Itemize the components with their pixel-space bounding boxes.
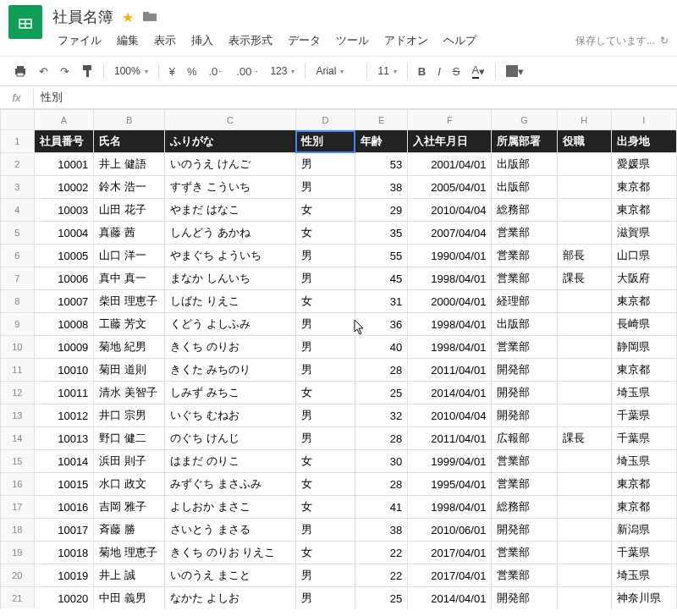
- cell-C19[interactable]: きくち のりお りえこ: [165, 542, 296, 564]
- cell-C16[interactable]: みずぐち まさふみ: [165, 473, 296, 496]
- cell-G16[interactable]: 営業部: [492, 473, 557, 496]
- cell-G21[interactable]: 開発部: [492, 587, 557, 609]
- cell-E21[interactable]: 25: [355, 587, 408, 609]
- menu-edit[interactable]: 編集: [110, 30, 146, 51]
- cell-A16[interactable]: 10015: [34, 473, 94, 496]
- row-header[interactable]: 19: [1, 542, 35, 564]
- font-dropdown[interactable]: Arial: [311, 62, 361, 80]
- cell-I9[interactable]: 長崎県: [611, 313, 676, 336]
- cell-C1[interactable]: ふりがな: [165, 130, 296, 153]
- cell-H6[interactable]: 部長: [557, 245, 611, 267]
- star-icon[interactable]: ★: [122, 9, 134, 25]
- cell-E2[interactable]: 53: [355, 153, 408, 176]
- cell-C8[interactable]: しばた りえこ: [165, 290, 296, 313]
- cell-E9[interactable]: 36: [355, 313, 408, 336]
- row-header[interactable]: 16: [1, 473, 35, 496]
- cell-C9[interactable]: くどう よしふみ: [165, 313, 296, 336]
- cell-I1[interactable]: 出身地: [611, 130, 676, 153]
- increase-decimal-button[interactable]: .00→: [231, 62, 263, 81]
- row-header[interactable]: 10: [1, 336, 35, 359]
- cell-C2[interactable]: いのうえ けんご: [165, 153, 296, 176]
- cell-F19[interactable]: 2017/04/01: [408, 542, 492, 564]
- cell-D19[interactable]: 女: [295, 542, 355, 564]
- cell-B17[interactable]: 吉岡 雅子: [94, 496, 165, 519]
- cell-F20[interactable]: 2017/04/01: [408, 564, 492, 587]
- cell-E15[interactable]: 30: [355, 450, 408, 473]
- cell-D7[interactable]: 男: [295, 267, 355, 290]
- cell-H19[interactable]: [557, 542, 611, 564]
- cell-I2[interactable]: 愛媛県: [611, 153, 676, 176]
- cell-I17[interactable]: 東京都: [611, 496, 676, 519]
- menu-view[interactable]: 表示: [147, 30, 183, 51]
- cell-F6[interactable]: 1990/04/01: [408, 245, 492, 267]
- cell-A3[interactable]: 10002: [34, 176, 94, 199]
- cell-B15[interactable]: 浜田 則子: [94, 450, 165, 473]
- cell-I7[interactable]: 大阪府: [611, 267, 676, 290]
- cell-I13[interactable]: 千葉県: [611, 404, 676, 427]
- cell-F4[interactable]: 2010/04/04: [408, 199, 492, 222]
- cell-F8[interactable]: 2000/04/01: [408, 290, 492, 313]
- cell-A5[interactable]: 10004: [34, 222, 94, 245]
- col-header-E[interactable]: E: [355, 110, 408, 130]
- currency-yen-button[interactable]: ¥: [164, 62, 180, 81]
- cell-D11[interactable]: 男: [295, 359, 355, 382]
- cell-I6[interactable]: 山口県: [611, 245, 676, 267]
- cell-C6[interactable]: やまぐち よういち: [165, 245, 296, 267]
- cell-B13[interactable]: 井口 宗男: [94, 404, 165, 427]
- cell-G14[interactable]: 広報部: [492, 427, 557, 450]
- cell-A10[interactable]: 10009: [34, 336, 94, 359]
- cell-F2[interactable]: 2001/04/01: [408, 153, 492, 176]
- cell-D12[interactable]: 女: [295, 382, 355, 404]
- cell-C3[interactable]: すずき こういち: [165, 176, 296, 199]
- cell-I16[interactable]: 東京都: [611, 473, 676, 496]
- row-header[interactable]: 12: [1, 382, 35, 404]
- cell-A9[interactable]: 10008: [34, 313, 94, 336]
- cell-D16[interactable]: 女: [295, 473, 355, 496]
- cell-B12[interactable]: 清水 美智子: [94, 382, 165, 404]
- cell-H3[interactable]: [557, 176, 611, 199]
- cell-D3[interactable]: 男: [295, 176, 355, 199]
- cell-G10[interactable]: 営業部: [492, 336, 557, 359]
- italic-button[interactable]: I: [432, 62, 446, 81]
- cell-I20[interactable]: 埼玉県: [611, 564, 676, 587]
- cell-E19[interactable]: 22: [355, 542, 408, 564]
- cell-I3[interactable]: 東京都: [611, 176, 676, 199]
- cell-H20[interactable]: [557, 564, 611, 587]
- cell-C13[interactable]: いぐち むねお: [165, 404, 296, 427]
- cell-B8[interactable]: 柴田 理恵子: [94, 290, 165, 313]
- cell-A19[interactable]: 10018: [34, 542, 94, 564]
- percent-button[interactable]: %: [182, 62, 202, 81]
- col-header-I[interactable]: I: [611, 110, 676, 130]
- menu-addons[interactable]: アドオン: [377, 30, 435, 51]
- cell-F16[interactable]: 1995/04/01: [408, 473, 492, 496]
- col-header-B[interactable]: B: [94, 110, 165, 130]
- cell-C10[interactable]: きくち のりお: [165, 336, 296, 359]
- cell-F11[interactable]: 2011/04/01: [408, 359, 492, 382]
- zoom-dropdown[interactable]: 100%: [109, 62, 153, 80]
- cell-B5[interactable]: 真藤 茜: [94, 222, 165, 245]
- row-header[interactable]: 1: [1, 130, 35, 153]
- cell-G6[interactable]: 営業部: [492, 245, 557, 267]
- sheets-logo[interactable]: [8, 5, 42, 39]
- cell-F9[interactable]: 1998/04/01: [408, 313, 492, 336]
- row-header[interactable]: 13: [1, 404, 35, 427]
- cell-H15[interactable]: [557, 450, 611, 473]
- cell-G4[interactable]: 総務部: [492, 199, 557, 222]
- cell-F10[interactable]: 1998/04/01: [408, 336, 492, 359]
- menu-help[interactable]: ヘルプ: [437, 30, 483, 51]
- cell-H5[interactable]: [557, 222, 611, 245]
- cell-I19[interactable]: 千葉県: [611, 542, 676, 564]
- cell-D14[interactable]: 男: [295, 427, 355, 450]
- cell-G15[interactable]: 営業部: [492, 450, 557, 473]
- menu-format[interactable]: 表示形式: [222, 30, 279, 51]
- cell-C20[interactable]: いのうえ まこと: [165, 564, 296, 587]
- cell-I5[interactable]: 滋賀県: [611, 222, 676, 245]
- cell-F18[interactable]: 2010/06/01: [408, 519, 492, 542]
- row-header[interactable]: 11: [1, 359, 35, 382]
- fill-color-button[interactable]: ▾: [501, 62, 529, 81]
- paint-format-icon[interactable]: [76, 61, 98, 81]
- cell-H8[interactable]: [557, 290, 611, 313]
- cell-G19[interactable]: 営業部: [492, 542, 557, 564]
- cell-G8[interactable]: 経理部: [492, 290, 557, 313]
- cell-F15[interactable]: 1999/04/01: [408, 450, 492, 473]
